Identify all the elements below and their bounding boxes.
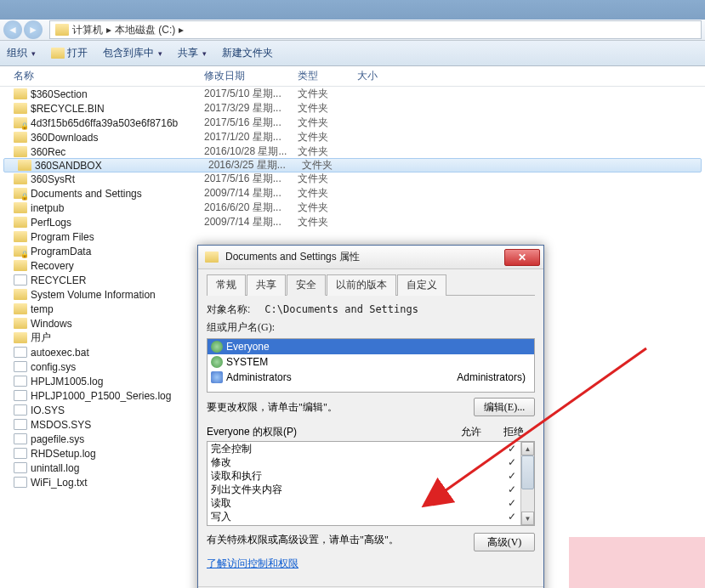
window-titlebar-blur [0,0,705,20]
file-date: 2009/7/14 星期... [204,186,298,201]
toolbar: 组织 打开 包含到库中 共享 新建文件夹 [0,41,705,66]
user-name: Administrators [226,371,292,383]
file-row[interactable]: 360SysRt2017/5/16 星期...文件夹 [0,172,705,186]
permission-row: 列出文件夹内容✓ [208,483,534,496]
user-row[interactable]: Everyone [208,339,534,354]
file-date: 2016/3/25 星期... [208,158,302,172]
dialog-titlebar[interactable]: Documents and Settings 属性 ✕ [198,246,543,269]
file-row[interactable]: inetpub2016/6/20 星期...文件夹 [0,201,705,215]
file-date: 2009/7/14 星期... [204,215,298,229]
object-name-row: 对象名称: C:\Documents and Settings [207,302,535,317]
scroll-up-icon[interactable]: ▲ [521,442,534,455]
scroll-thumb[interactable] [521,455,534,489]
file-row[interactable]: 360SANDBOX2016/3/25 星期...文件夹 [3,158,702,172]
file-icon [14,376,27,387]
file-row[interactable]: $RECYCLE.BIN2017/3/29 星期...文件夹 [0,101,705,116]
file-type: 文件夹 [298,116,357,130]
permission-name: 列出文件夹内容 [211,483,456,497]
tab-custom[interactable]: 自定义 [397,274,446,296]
new-folder-button[interactable]: 新建文件夹 [222,46,273,60]
breadcrumb-drive[interactable]: 本地磁盘 (C:) [115,23,175,37]
file-row[interactable]: $360Section2017/5/10 星期...文件夹 [0,87,705,101]
scrollbar[interactable]: ▲ ▼ [520,442,534,525]
tab-previous-versions[interactable]: 以前的版本 [327,274,396,296]
organize-menu[interactable]: 组织 [7,46,36,60]
user-row[interactable]: SYSTEM [208,354,534,370]
group-icon [211,371,223,383]
file-name: Windows [31,318,204,330]
user-list[interactable]: EveryoneSYSTEMAdministratorsAdministrato… [207,338,535,393]
share-menu[interactable]: 共享 [178,46,207,60]
file-name: 用户 [31,331,204,345]
learn-link[interactable]: 了解访问控制和权限 [207,557,298,569]
folder-icon [14,303,27,314]
file-icon [14,361,27,372]
open-button[interactable]: 打开 [51,46,88,60]
tab-security[interactable]: 安全 [287,274,326,296]
breadcrumb[interactable]: 计算机 ▸ 本地磁盘 (C:) ▸ [49,20,702,39]
file-row[interactable]: 4d3f15b65d6ffa39a503e6f8716b2017/5/16 星期… [0,116,705,130]
folder-open-icon [51,48,65,59]
folder-icon [18,160,31,171]
file-name: RECYCLER [31,274,204,286]
properties-dialog: Documents and Settings 属性 ✕ 常规 共享 安全 以前的… [197,245,544,588]
file-name: WiFi_Log.txt [31,477,204,489]
user-row[interactable]: AdministratorsAdministrators) [208,370,534,385]
permission-row: 写入✓ [208,510,534,523]
permissions-list: 完全控制✓修改✓读取和执行✓列出文件夹内容✓读取✓写入✓ ▲ ▼ [207,441,535,526]
file-type: 文件夹 [298,130,357,144]
file-name: HPLJP1000_P1500_Series.log [31,390,204,402]
edit-button[interactable]: 编辑(E)... [474,398,535,416]
file-name: MSDOS.SYS [31,419,204,431]
advanced-button[interactable]: 高级(V) [474,533,535,551]
permission-row: 修改✓ [208,455,534,469]
permission-row: 完全控制✓ [208,442,534,455]
tab-general[interactable]: 常规 [207,274,246,296]
file-type: 文件夹 [298,144,357,159]
file-row[interactable]: 360Downloads2017/1/20 星期...文件夹 [0,130,705,144]
address-bar: ◄ ► 计算机 ▸ 本地磁盘 (C:) ▸ [0,20,705,41]
file-row[interactable]: Program Files [0,229,705,244]
nav-back-button[interactable]: ◄ [3,20,22,39]
file-name: autoexec.bat [31,347,204,359]
file-name: HPLJM1005.log [31,376,204,387]
folder-icon [14,217,27,228]
file-row[interactable]: Documents and Settings2009/7/14 星期...文件夹 [0,186,705,201]
file-name: $360Section [31,88,204,100]
include-in-library-menu[interactable]: 包含到库中 [103,46,162,60]
lock-icon [14,246,27,257]
nav-forward-button[interactable]: ► [24,20,43,39]
folder-icon [14,289,27,300]
file-name: Recovery [31,260,204,272]
lock-icon [14,188,27,199]
permission-name: 修改 [211,455,456,470]
file-name: System Volume Information [31,289,204,301]
col-date[interactable]: 修改日期 [204,69,298,83]
col-size[interactable]: 大小 [357,69,408,83]
file-name: unintall.log [31,462,204,474]
user-icon [211,356,223,368]
file-date: 2016/10/28 星期... [204,144,298,159]
folder-icon [14,260,27,271]
file-row[interactable]: PerfLogs2009/7/14 星期...文件夹 [0,215,705,229]
folder-icon [14,132,27,143]
file-row[interactable]: 360Rec2016/10/28 星期...文件夹 [0,144,705,159]
file-date: 2017/3/29 星期... [204,101,298,116]
file-date: 2017/5/10 星期... [204,87,298,101]
file-date: 2016/6/20 星期... [204,201,298,215]
lock-icon [14,117,27,128]
permission-name: 写入 [211,510,456,524]
col-type[interactable]: 类型 [298,69,357,83]
file-date: 2017/5/16 星期... [204,116,298,130]
chevron-right-icon: ▸ [106,24,111,36]
dialog-tabs: 常规 共享 安全 以前的版本 自定义 [207,274,535,296]
file-type: 文件夹 [298,101,357,116]
file-name: ProgramData [31,246,204,257]
col-name[interactable]: 名称 [0,69,204,83]
tab-share[interactable]: 共享 [247,274,286,296]
folder-icon [14,103,27,114]
close-button[interactable]: ✕ [504,249,540,266]
file-name: 4d3f15b65d6ffa39a503e6f8716b [31,117,204,129]
breadcrumb-computer[interactable]: 计算机 [72,23,103,37]
scroll-down-icon[interactable]: ▼ [521,512,534,525]
